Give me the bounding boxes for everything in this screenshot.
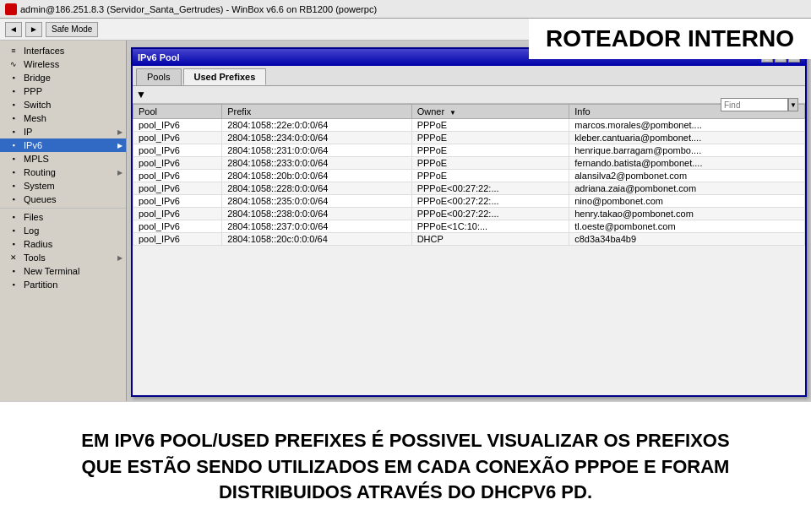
table-row[interactable]: pool_IPv6 2804:1058::228:0:0:0/64 PPPoE<…: [133, 182, 805, 195]
sidebar-label-wireless: Wireless: [24, 59, 59, 69]
cell-owner: PPPoE<1C:10:...: [411, 220, 569, 233]
sidebar-item-ipv6[interactable]: ▪ IPv6 ▶: [0, 138, 126, 152]
window-toolbar: ▼ ▼: [133, 86, 805, 104]
sidebar-label-bridge: Bridge: [24, 73, 51, 83]
log-icon: ▪: [7, 225, 20, 236]
bottom-line1: EM IPv6 POOL/USED PREFIXES É POSSIVEL VI…: [81, 428, 729, 454]
sidebar-label-radius: Radius: [24, 239, 52, 249]
col-owner: Owner ▼: [411, 105, 569, 119]
cell-owner: PPPoE: [411, 157, 569, 170]
cell-owner: PPPoE<00:27:22:...: [411, 208, 569, 220]
files-icon: ▪: [7, 212, 20, 222]
table-container: Pool Prefix Owner ▼ Info: [133, 104, 805, 383]
cell-prefix: 2804:1058::231:0:0:0/64: [222, 144, 412, 157]
tab-pools[interactable]: Pools: [136, 68, 182, 85]
col-prefix: Prefix: [222, 105, 412, 119]
table-row[interactable]: pool_IPv6 2804:1058::234:0:0:0/64 PPPoE …: [133, 132, 805, 144]
sidebar-item-ip[interactable]: ▪ IP ▶: [0, 125, 126, 138]
sidebar-item-new-terminal[interactable]: ▪ New Terminal: [0, 264, 126, 278]
table-row[interactable]: pool_IPv6 2804:1058::231:0:0:0/64 PPPoE …: [133, 144, 805, 157]
table-header-row: Pool Prefix Owner ▼ Info: [133, 105, 805, 119]
ipv6-icon: ▪: [7, 140, 20, 150]
safe-mode-button[interactable]: Safe Mode: [46, 22, 98, 37]
sidebar-label-ppp: PPP: [24, 86, 42, 96]
cell-pool: pool_IPv6: [133, 157, 222, 170]
sidebar-item-interfaces[interactable]: ≡ Interfaces: [0, 44, 126, 57]
cell-owner: PPPoE: [411, 119, 569, 132]
cell-info: adriana.zaia@pombonet.com: [569, 182, 805, 195]
cell-pool: pool_IPv6: [133, 233, 222, 246]
cell-prefix: 2804:1058::235:0:0:0/64: [222, 195, 412, 208]
sidebar-item-switch[interactable]: ▪ Switch: [0, 98, 126, 111]
sidebar-label-log: Log: [24, 225, 39, 236]
cell-pool: pool_IPv6: [133, 144, 222, 157]
interfaces-icon: ≡: [7, 46, 20, 56]
sidebar-item-system[interactable]: ▪ System: [0, 179, 126, 193]
content-area: IPv6 Pool _ □ ✕ Pools Used Prefixes ▼: [127, 41, 811, 401]
bridge-icon: ▪: [7, 73, 20, 83]
sidebar-item-files[interactable]: ▪ Files: [0, 210, 126, 224]
cell-info: alansilva2@pombonet.com: [569, 170, 805, 182]
queues-icon: ▪: [7, 194, 20, 204]
cell-prefix: 2804:1058::228:0:0:0/64: [222, 182, 412, 195]
cell-owner: PPPoE: [411, 170, 569, 182]
cell-pool: pool_IPv6: [133, 208, 222, 220]
owner-sort-icon: ▼: [449, 109, 456, 117]
tabs-bar: Pools Used Prefixes: [133, 66, 805, 86]
main-layout: ≡ Interfaces ∿ Wireless ▪ Bridge ▪ PPP ▪…: [0, 41, 811, 401]
tab-used-prefixes[interactable]: Used Prefixes: [183, 68, 267, 85]
sidebar-item-log[interactable]: ▪ Log: [0, 224, 126, 237]
cell-prefix: 2804:1058::20b:0:0:0/64: [222, 170, 412, 182]
sidebar-item-radius[interactable]: ▪ Radius: [0, 237, 126, 251]
table-row[interactable]: pool_IPv6 2804:1058::22e:0:0:0/64 PPPoE …: [133, 119, 805, 132]
sidebar-label-queues: Queues: [24, 194, 57, 204]
sidebar-item-tools[interactable]: ✕ Tools ▶: [0, 251, 126, 264]
ipv6-arrow: ▶: [117, 142, 122, 149]
filter-icon[interactable]: ▼: [136, 89, 146, 100]
sidebar-item-mpls[interactable]: ▪ MPLS: [0, 152, 126, 166]
radius-icon: ▪: [7, 239, 20, 249]
sidebar-label-ipv6: IPv6: [24, 140, 42, 150]
sidebar-item-bridge[interactable]: ▪ Bridge: [0, 71, 126, 84]
sidebar-item-partition[interactable]: ▪ Partition: [0, 278, 126, 291]
cell-pool: pool_IPv6: [133, 170, 222, 182]
table-row[interactable]: pool_IPv6 2804:1058::20c:0:0:0/64 DHCP c…: [133, 233, 805, 246]
table-row[interactable]: pool_IPv6 2804:1058::237:0:0:0/64 PPPoE<…: [133, 220, 805, 233]
ip-icon: ▪: [7, 127, 20, 137]
roteador-label: ROTEADOR INTERNO: [529, 19, 811, 59]
cell-pool: pool_IPv6: [133, 119, 222, 132]
mesh-icon: ▪: [7, 113, 20, 123]
cell-info: tl.oeste@pombonet.com: [569, 220, 805, 233]
cell-info: henrique.barragam@pombo....: [569, 144, 805, 157]
sidebar-item-ppp[interactable]: ▪ PPP: [0, 84, 126, 98]
cell-info: fernando.batista@pombonet....: [569, 157, 805, 170]
sidebar-item-queues[interactable]: ▪ Queues: [0, 193, 126, 206]
sidebar-label-routing: Routing: [24, 167, 56, 177]
bottom-line2: QUE ESTÃO SENDO UTILIZADOS EM CADA CONEX…: [82, 454, 730, 480]
table-row[interactable]: pool_IPv6 2804:1058::235:0:0:0/64 PPPoE<…: [133, 195, 805, 208]
tools-arrow: ▶: [117, 254, 122, 262]
table-row[interactable]: pool_IPv6 2804:1058::238:0:0:0/64 PPPoE<…: [133, 208, 805, 220]
cell-prefix: 2804:1058::234:0:0:0/64: [222, 132, 412, 144]
cell-owner: PPPoE: [411, 144, 569, 157]
cell-info: c8d3a34ba4b9: [569, 233, 805, 246]
sidebar-label-tools: Tools: [24, 252, 46, 263]
sidebar-item-routing[interactable]: ▪ Routing ▶: [0, 166, 126, 179]
forward-button[interactable]: ►: [25, 22, 42, 37]
cell-owner: PPPoE<00:27:22:...: [411, 182, 569, 195]
sidebar-label-files: Files: [24, 212, 43, 222]
back-button[interactable]: ◄: [5, 22, 22, 37]
cell-prefix: 2804:1058::237:0:0:0/64: [222, 220, 412, 233]
cell-prefix: 2804:1058::22e:0:0:0/64: [222, 119, 412, 132]
table-row[interactable]: pool_IPv6 2804:1058::233:0:0:0/64 PPPoE …: [133, 157, 805, 170]
cell-info: henry.takao@pombonet.com: [569, 208, 805, 220]
sidebar-item-mesh[interactable]: ▪ Mesh: [0, 111, 126, 125]
sidebar-item-wireless[interactable]: ∿ Wireless: [0, 57, 126, 71]
table-row[interactable]: pool_IPv6 2804:1058::20b:0:0:0/64 PPPoE …: [133, 170, 805, 182]
sidebar-label-switch: Switch: [24, 100, 51, 110]
ppp-icon: ▪: [7, 86, 20, 96]
sidebar-label-mpls: MPLS: [24, 154, 49, 164]
cell-owner: PPPoE: [411, 132, 569, 144]
col-pool: Pool: [133, 105, 222, 119]
col-info: Info: [569, 105, 805, 119]
